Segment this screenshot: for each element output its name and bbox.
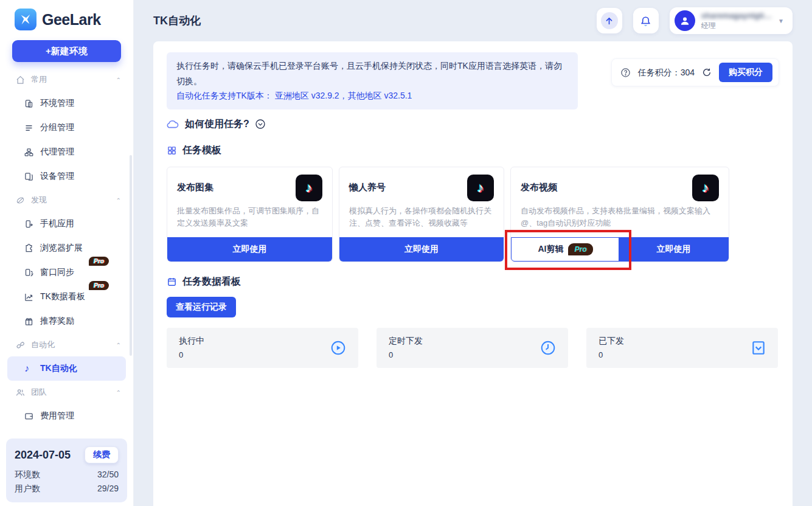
sidebar-item-billing[interactable]: 费用管理: [7, 404, 126, 428]
ai-edit-button[interactable]: AI剪辑 Pro: [511, 237, 620, 262]
phone-app-icon: [24, 220, 35, 229]
user-menu[interactable]: sharemagaynlgti… 经理 ▼: [670, 7, 793, 34]
templates-title: 任务模板: [182, 144, 221, 157]
window-sync-icon: [24, 268, 35, 277]
sidebar-section-team[interactable]: 团队 ⌃: [0, 381, 133, 404]
template-card-publish-videos: 发布视频 ♪ 自动发布视频作品，支持表格批量编辑，视频文案输入@、tag自动识别…: [510, 167, 729, 262]
dashboard-title: 任务数据看板: [182, 276, 241, 288]
chevron-up-icon: ⌃: [116, 389, 121, 396]
ai-edit-label: AI剪辑: [538, 244, 563, 255]
stat-card-scheduled: 定时下发 0: [377, 328, 568, 368]
template-card-account-warmup: 懒人养号 ♪ 模拟真人行为，各操作项都会随机执行关注、点赞、查看评论、视频收藏等…: [339, 167, 504, 262]
use-now-button[interactable]: 立即使用: [339, 237, 504, 262]
template-cards-row: 发布图集 ♪ 批量发布图集作品，可调节图集顺序，自定义发送频率及文案 立即使用 …: [167, 167, 779, 262]
notifications-button[interactable]: [633, 8, 659, 33]
brand-name: GeeLark: [42, 11, 101, 29]
tiktok-note-icon: ♪: [24, 363, 35, 374]
tiktok-icon: ♪: [692, 175, 719, 201]
task-points-panel: 任务积分：304 购买积分: [611, 58, 779, 86]
sidebar-item-referral[interactable]: 推荐奖励: [7, 309, 126, 333]
geelark-bird-icon: [15, 9, 36, 30]
stat-card-delivered: 已下发 0: [586, 328, 778, 368]
tiktok-icon: ♪: [467, 175, 494, 201]
sidebar-scrollbar[interactable]: [130, 155, 132, 356]
sidebar-item-environment[interactable]: 环境管理: [7, 91, 126, 116]
sidebar-item-label: 推荐奖励: [40, 316, 74, 327]
new-environment-button[interactable]: +新建环境: [12, 40, 121, 62]
delivered-dropdown-icon[interactable]: [751, 340, 766, 356]
task-points-label: 任务积分：: [638, 68, 681, 77]
chevron-up-icon: ⌃: [116, 197, 121, 204]
subscription-panel: 2024-07-05 续费 环境数 32/50 用户数 29/29: [6, 438, 127, 502]
stat-label: 定时下发: [389, 336, 423, 347]
network-icon: [24, 148, 35, 157]
buy-points-button[interactable]: 购买积分: [719, 63, 772, 82]
sidebar-section-label: 团队: [31, 387, 47, 398]
use-now-button[interactable]: 立即使用: [167, 237, 332, 262]
sidebar-item-phone-app[interactable]: 手机应用: [7, 212, 126, 236]
sidebar-item-tk-automation[interactable]: ♪ TK自动化: [7, 356, 126, 381]
upgrade-button[interactable]: [597, 8, 622, 33]
sidebar-item-label: 手机应用: [40, 218, 74, 229]
page-header: TK自动化 sharemagaynlgti… 经理 ▼: [134, 0, 812, 41]
sidebar-item-browser-extension[interactable]: 浏览器扩展: [7, 236, 126, 260]
card-description: 批量发布图集作品，可调节图集顺序，自定义发送频率及文案: [167, 201, 332, 233]
bell-icon: [640, 15, 651, 27]
sidebar-nav: 常用 ⌃ 环境管理 分组管理 代理管理 设备管理: [0, 66, 133, 432]
sidebar-section-label: 发现: [31, 195, 47, 206]
chart-line-icon: [24, 293, 35, 302]
card-title: 懒人养号: [349, 182, 386, 193]
how-to-title: 如何使用任务?: [185, 118, 249, 131]
refresh-icon[interactable]: [702, 68, 712, 77]
puzzle-icon: [24, 244, 35, 253]
cloud-icon: [167, 119, 179, 129]
chain-link-icon: [16, 341, 26, 350]
content-card: 执行任务时，请确保云手机已登录平台账号，且云手机保持关闭状态，同时TK应用语言选…: [153, 41, 793, 506]
expand-circle-chevron-icon[interactable]: [255, 119, 266, 130]
sidebar-section-label: 自动化: [31, 339, 55, 350]
dashboard-stats-row: 执行中 0 定时下发 0 已下发 0: [167, 328, 778, 368]
grid-icon: [167, 145, 177, 156]
card-description: 自动发布视频作品，支持表格批量编辑，视频文案输入@、tag自动识别对应功能: [511, 201, 729, 233]
environment-count-label: 环境数: [15, 470, 40, 480]
pro-badge: Pro: [89, 257, 109, 266]
chevron-down-icon: ▼: [778, 18, 784, 24]
sidebar-item-label: 浏览器扩展: [40, 243, 83, 254]
sidebar-section-label: 常用: [31, 74, 47, 85]
page-title: TK自动化: [153, 13, 201, 28]
sidebar-item-group[interactable]: 分组管理: [7, 116, 126, 140]
sidebar-section-discover[interactable]: 发现 ⌃: [0, 189, 133, 212]
card-title: 发布视频: [521, 182, 557, 193]
sidebar-section-common[interactable]: 常用 ⌃: [0, 68, 133, 91]
sidebar-item-tk-dashboard[interactable]: TK数据看板 Pro: [7, 285, 126, 309]
help-question-icon[interactable]: [620, 68, 631, 78]
sidebar-item-label: TK自动化: [40, 363, 77, 374]
home-icon: [16, 75, 26, 85]
team-icon: [16, 388, 26, 397]
sidebar-item-label: 设备管理: [40, 171, 74, 182]
sidebar-section-automation[interactable]: 自动化 ⌃: [0, 333, 133, 356]
use-now-button[interactable]: 立即使用: [619, 237, 729, 262]
view-run-records-button[interactable]: 查看运行记录: [167, 297, 236, 317]
environment-count-value: 32/50: [97, 470, 119, 480]
template-card-publish-images: 发布图集 ♪ 批量发布图集作品，可调节图集顺序，自定义发送频率及文案 立即使用: [167, 167, 333, 262]
sidebar-item-label: 窗口同步: [40, 267, 74, 278]
sidebar-item-proxy[interactable]: 代理管理: [7, 140, 126, 164]
notice-banner: 执行任务时，请确保云手机已登录平台账号，且云手机保持关闭状态，同时TK应用语言选…: [167, 52, 578, 109]
sidebar-item-device[interactable]: 设备管理: [7, 164, 126, 189]
stat-value: 0: [599, 350, 624, 359]
pro-badge: Pro: [568, 243, 592, 255]
sidebar-item-window-sync[interactable]: 窗口同步 Pro: [7, 260, 126, 285]
clock-icon: [540, 340, 556, 356]
notice-line2: 自动化任务支持TK版本： 亚洲地区 v32.9.2，其他地区 v32.5.1: [176, 88, 568, 103]
how-to-row: 如何使用任务?: [167, 118, 779, 131]
sidebar: GeeLark +新建环境 常用 ⌃ 环境管理 分组管理 代理管理: [0, 0, 134, 506]
leaf-icon: [16, 196, 26, 205]
arrow-up-icon: [601, 12, 618, 29]
notice-line1: 执行任务时，请确保云手机已登录平台账号，且云手机保持关闭状态，同时TK应用语言选…: [176, 58, 568, 88]
stat-value: 0: [389, 350, 423, 359]
tiktok-icon: ♪: [296, 175, 322, 201]
renew-button[interactable]: 续费: [85, 446, 119, 463]
stat-label: 已下发: [599, 336, 624, 347]
user-count-value: 29/29: [97, 483, 119, 494]
